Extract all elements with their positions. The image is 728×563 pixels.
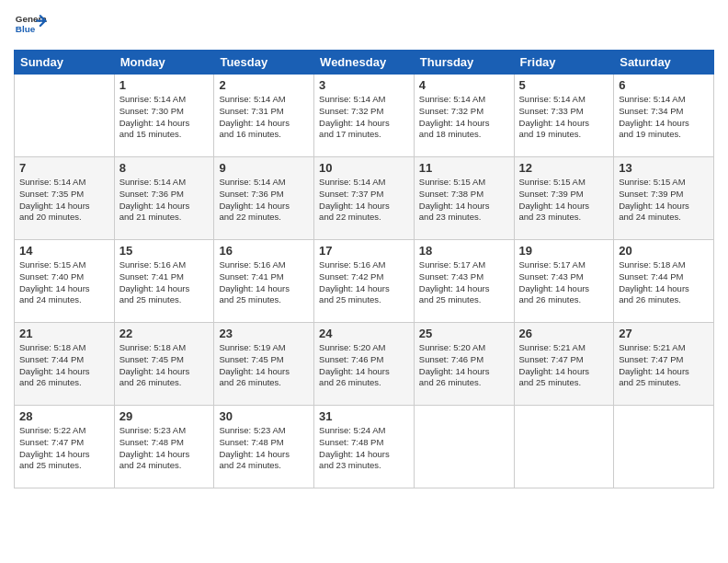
day-number: 31	[319, 409, 409, 423]
day-number: 25	[419, 327, 509, 340]
calendar-cell: 6Sunrise: 5:14 AM Sunset: 7:34 PM Daylig…	[614, 75, 714, 157]
calendar-cell: 7Sunrise: 5:14 AM Sunset: 7:35 PM Daylig…	[15, 157, 115, 240]
calendar-cell: 29Sunrise: 5:23 AM Sunset: 7:48 PM Dayli…	[114, 406, 214, 488]
day-info: Sunrise: 5:16 AM Sunset: 7:41 PM Dayligh…	[119, 259, 210, 306]
calendar-week-4: 21Sunrise: 5:18 AM Sunset: 7:44 PM Dayli…	[15, 323, 714, 406]
calendar-cell: 2Sunrise: 5:14 AM Sunset: 7:31 PM Daylig…	[214, 75, 314, 157]
day-info: Sunrise: 5:18 AM Sunset: 7:44 PM Dayligh…	[19, 342, 109, 389]
calendar-container: General Blue SundayMondayTuesdayWednesda…	[0, 0, 728, 563]
day-number: 6	[619, 78, 709, 92]
calendar-cell: 26Sunrise: 5:21 AM Sunset: 7:47 PM Dayli…	[514, 323, 614, 406]
day-number: 26	[519, 327, 609, 340]
calendar-cell: 1Sunrise: 5:14 AM Sunset: 7:30 PM Daylig…	[114, 75, 214, 157]
calendar-week-5: 28Sunrise: 5:22 AM Sunset: 7:47 PM Dayli…	[15, 406, 714, 488]
day-info: Sunrise: 5:18 AM Sunset: 7:45 PM Dayligh…	[119, 342, 210, 389]
calendar-cell: 11Sunrise: 5:15 AM Sunset: 7:38 PM Dayli…	[414, 157, 514, 240]
day-number: 15	[119, 244, 210, 258]
day-info: Sunrise: 5:19 AM Sunset: 7:45 PM Dayligh…	[219, 342, 309, 389]
calendar-week-2: 7Sunrise: 5:14 AM Sunset: 7:35 PM Daylig…	[15, 157, 714, 240]
calendar-cell: 28Sunrise: 5:22 AM Sunset: 7:47 PM Dayli…	[15, 406, 115, 488]
day-info: Sunrise: 5:21 AM Sunset: 7:47 PM Dayligh…	[519, 342, 609, 389]
day-number: 18	[419, 244, 509, 258]
calendar-cell: 15Sunrise: 5:16 AM Sunset: 7:41 PM Dayli…	[114, 240, 214, 323]
calendar-week-3: 14Sunrise: 5:15 AM Sunset: 7:40 PM Dayli…	[15, 240, 714, 323]
calendar-cell: 17Sunrise: 5:16 AM Sunset: 7:42 PM Dayli…	[314, 240, 415, 323]
calendar-cell: 19Sunrise: 5:17 AM Sunset: 7:43 PM Dayli…	[514, 240, 614, 323]
weekday-header-tuesday: Tuesday	[214, 51, 314, 75]
calendar-table: SundayMondayTuesdayWednesdayThursdayFrid…	[14, 50, 714, 488]
day-info: Sunrise: 5:14 AM Sunset: 7:32 PM Dayligh…	[319, 94, 409, 141]
calendar-cell	[414, 406, 514, 488]
calendar-cell: 18Sunrise: 5:17 AM Sunset: 7:43 PM Dayli…	[414, 240, 514, 323]
day-number: 7	[19, 161, 109, 175]
day-info: Sunrise: 5:15 AM Sunset: 7:38 PM Dayligh…	[419, 177, 509, 224]
day-number: 11	[419, 161, 509, 175]
day-number: 2	[219, 78, 309, 92]
page-header: General Blue	[14, 9, 714, 42]
calendar-cell: 20Sunrise: 5:18 AM Sunset: 7:44 PM Dayli…	[614, 240, 714, 323]
weekday-header-row: SundayMondayTuesdayWednesdayThursdayFrid…	[15, 51, 714, 75]
day-number: 20	[619, 244, 709, 258]
day-info: Sunrise: 5:14 AM Sunset: 7:32 PM Dayligh…	[419, 94, 509, 141]
weekday-header-friday: Friday	[514, 51, 614, 75]
logo: General Blue	[14, 9, 51, 42]
day-number: 21	[19, 327, 109, 340]
day-info: Sunrise: 5:20 AM Sunset: 7:46 PM Dayligh…	[319, 342, 409, 389]
day-info: Sunrise: 5:14 AM Sunset: 7:35 PM Dayligh…	[19, 177, 109, 224]
weekday-header-saturday: Saturday	[614, 51, 714, 75]
day-info: Sunrise: 5:21 AM Sunset: 7:47 PM Dayligh…	[619, 342, 709, 389]
calendar-cell: 14Sunrise: 5:15 AM Sunset: 7:40 PM Dayli…	[15, 240, 115, 323]
day-info: Sunrise: 5:15 AM Sunset: 7:39 PM Dayligh…	[619, 177, 709, 224]
day-number: 12	[519, 161, 609, 175]
day-number: 17	[319, 244, 409, 258]
day-info: Sunrise: 5:14 AM Sunset: 7:30 PM Dayligh…	[119, 94, 210, 141]
day-number: 10	[319, 161, 409, 175]
calendar-cell: 3Sunrise: 5:14 AM Sunset: 7:32 PM Daylig…	[314, 75, 415, 157]
calendar-cell: 24Sunrise: 5:20 AM Sunset: 7:46 PM Dayli…	[314, 323, 415, 406]
day-info: Sunrise: 5:23 AM Sunset: 7:48 PM Dayligh…	[119, 425, 210, 472]
day-number: 23	[219, 327, 309, 340]
day-info: Sunrise: 5:23 AM Sunset: 7:48 PM Dayligh…	[219, 425, 309, 472]
calendar-cell: 13Sunrise: 5:15 AM Sunset: 7:39 PM Dayli…	[614, 157, 714, 240]
calendar-cell: 23Sunrise: 5:19 AM Sunset: 7:45 PM Dayli…	[214, 323, 314, 406]
day-info: Sunrise: 5:17 AM Sunset: 7:43 PM Dayligh…	[419, 259, 509, 306]
weekday-header-monday: Monday	[114, 51, 214, 75]
calendar-cell: 30Sunrise: 5:23 AM Sunset: 7:48 PM Dayli…	[214, 406, 314, 488]
weekday-header-thursday: Thursday	[414, 51, 514, 75]
day-info: Sunrise: 5:22 AM Sunset: 7:47 PM Dayligh…	[19, 425, 109, 472]
calendar-cell: 12Sunrise: 5:15 AM Sunset: 7:39 PM Dayli…	[514, 157, 614, 240]
calendar-cell: 22Sunrise: 5:18 AM Sunset: 7:45 PM Dayli…	[114, 323, 214, 406]
day-number: 16	[219, 244, 309, 258]
calendar-week-1: 1Sunrise: 5:14 AM Sunset: 7:30 PM Daylig…	[15, 75, 714, 157]
calendar-cell: 8Sunrise: 5:14 AM Sunset: 7:36 PM Daylig…	[114, 157, 214, 240]
day-info: Sunrise: 5:14 AM Sunset: 7:36 PM Dayligh…	[119, 177, 210, 224]
day-number: 28	[19, 409, 109, 423]
day-info: Sunrise: 5:15 AM Sunset: 7:39 PM Dayligh…	[519, 177, 609, 224]
day-info: Sunrise: 5:15 AM Sunset: 7:40 PM Dayligh…	[19, 259, 109, 306]
day-info: Sunrise: 5:14 AM Sunset: 7:31 PM Dayligh…	[219, 94, 309, 141]
day-number: 3	[319, 78, 409, 92]
day-info: Sunrise: 5:18 AM Sunset: 7:44 PM Dayligh…	[619, 259, 709, 306]
calendar-cell: 31Sunrise: 5:24 AM Sunset: 7:48 PM Dayli…	[314, 406, 415, 488]
calendar-cell: 16Sunrise: 5:16 AM Sunset: 7:41 PM Dayli…	[214, 240, 314, 323]
day-number: 8	[119, 161, 210, 175]
day-number: 1	[119, 78, 210, 92]
day-info: Sunrise: 5:20 AM Sunset: 7:46 PM Dayligh…	[419, 342, 509, 389]
day-number: 30	[219, 409, 309, 423]
day-number: 14	[19, 244, 109, 258]
day-number: 9	[219, 161, 309, 175]
calendar-cell: 4Sunrise: 5:14 AM Sunset: 7:32 PM Daylig…	[414, 75, 514, 157]
svg-text:Blue: Blue	[16, 24, 36, 34]
calendar-cell: 27Sunrise: 5:21 AM Sunset: 7:47 PM Dayli…	[614, 323, 714, 406]
calendar-cell	[514, 406, 614, 488]
day-info: Sunrise: 5:16 AM Sunset: 7:42 PM Dayligh…	[319, 259, 409, 306]
day-info: Sunrise: 5:17 AM Sunset: 7:43 PM Dayligh…	[519, 259, 609, 306]
calendar-cell: 21Sunrise: 5:18 AM Sunset: 7:44 PM Dayli…	[15, 323, 115, 406]
calendar-cell: 25Sunrise: 5:20 AM Sunset: 7:46 PM Dayli…	[414, 323, 514, 406]
day-number: 13	[619, 161, 709, 175]
day-info: Sunrise: 5:24 AM Sunset: 7:48 PM Dayligh…	[319, 425, 409, 472]
calendar-cell: 10Sunrise: 5:14 AM Sunset: 7:37 PM Dayli…	[314, 157, 415, 240]
weekday-header-wednesday: Wednesday	[314, 51, 415, 75]
day-number: 4	[419, 78, 509, 92]
calendar-cell	[614, 406, 714, 488]
